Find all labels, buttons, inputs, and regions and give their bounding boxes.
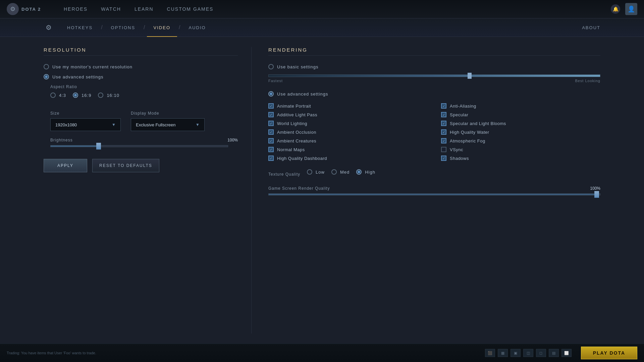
bottom-icon-5[interactable]: ◻ (536, 349, 546, 357)
radio-1610[interactable] (98, 93, 103, 98)
radio-monitor[interactable] (44, 64, 49, 69)
radio-basic-settings[interactable] (268, 64, 274, 69)
size-display-row: Size 644x362 ▼ Display Mode Exclusive … (50, 111, 238, 131)
display-mode-dropdown[interactable]: Exclusive Fullscreen ▼ (131, 118, 205, 131)
bottom-icon-4[interactable]: ◫ (523, 349, 533, 357)
checkbox-animate-portrait[interactable]: Animate Portrait (268, 103, 428, 109)
tab-video[interactable]: VIDEO (147, 18, 177, 37)
bottom-icons: ⬛ ▦ ▣ ◫ ◻ ▤ ⬜ PLAY DOTA (485, 347, 637, 359)
size-dropdown[interactable]: 644x362 ▼ (50, 118, 121, 131)
bottom-icon-6[interactable]: ▤ (549, 349, 559, 357)
texture-low-label: Low (316, 170, 325, 175)
texture-high-label: High (365, 170, 375, 175)
checkbox-ambient-creatures[interactable]: Ambient Creatures (268, 138, 428, 143)
advanced-settings-section: Aspect Ratio 4:3 16:9 16:10 Size (50, 84, 238, 147)
anti-aliasing-label: Anti-Aliasing (450, 104, 476, 109)
nav-learn[interactable]: LEARN (135, 5, 154, 13)
label-169: 16:9 (82, 93, 91, 98)
texture-low[interactable]: Low (307, 169, 325, 175)
tab-about[interactable]: ABOUT (582, 25, 600, 30)
brightness-slider-handle[interactable] (96, 143, 101, 149)
nav-watch[interactable]: WATCH (101, 5, 121, 13)
quality-slider-handle[interactable] (468, 73, 472, 79)
quality-slider-track[interactable] (268, 74, 600, 77)
bottom-icon-2[interactable]: ▦ (498, 349, 508, 357)
bottom-icon-7[interactable]: ⬜ (561, 349, 572, 357)
checkbox-anti-aliasing-box[interactable] (441, 103, 446, 109)
texture-quality-row: Texture Quality Low Med High (268, 169, 600, 179)
checkbox-specular-light-blooms-box[interactable] (441, 121, 446, 126)
checkbox-atmospheric-fog[interactable]: Atmospheric Fog (441, 138, 600, 143)
checkbox-specular-box[interactable] (441, 112, 446, 117)
checkbox-ambient-occlusion[interactable]: Ambient Occlusion (268, 129, 428, 135)
aspect-43[interactable]: 4:3 (50, 93, 66, 98)
aspect-169[interactable]: 16:9 (73, 93, 91, 98)
reset-defaults-button[interactable]: RESET TO DEFAULTS (92, 159, 159, 172)
gsq-slider-track[interactable] (268, 193, 600, 195)
option-advanced-settings[interactable]: Use advanced settings (44, 74, 238, 79)
use-basic-row[interactable]: Use basic settings (268, 64, 600, 69)
checkbox-world-lighting-box[interactable] (268, 121, 274, 126)
bell-icon[interactable]: 🔔 (611, 4, 620, 14)
checkbox-atmospheric-fog-box[interactable] (441, 138, 446, 143)
brightness-value: 100% (227, 138, 238, 142)
nav-heroes[interactable]: HEROES (64, 5, 88, 13)
checkbox-shadows[interactable]: Shadows (441, 156, 600, 161)
brightness-label: Brightness (50, 138, 73, 142)
specular-label: Specular (450, 112, 468, 117)
checkbox-specular[interactable]: Specular (441, 112, 600, 117)
aspect-ratio-label: Aspect Ratio (50, 84, 238, 89)
checkbox-additive-light-pass[interactable]: Additive Light Pass (268, 112, 428, 117)
tab-hotkeys[interactable]: HOTKEYS (60, 18, 99, 37)
brightness-slider-fill (51, 145, 99, 147)
checkbox-shadows-box[interactable] (441, 156, 446, 161)
checkbox-specular-light-blooms[interactable]: Specular and Light Blooms (441, 121, 600, 126)
world-lighting-label: World Lighting (277, 121, 307, 126)
avatar[interactable]: 👤 (625, 3, 637, 15)
aspect-1610[interactable]: 16:10 (98, 93, 119, 98)
apply-button[interactable]: APPLY (44, 159, 87, 172)
radio-43[interactable] (50, 93, 56, 98)
texture-high[interactable]: High (356, 169, 375, 175)
radio-advanced[interactable] (44, 74, 49, 79)
radio-texture-high[interactable] (356, 169, 362, 175)
nav-custom-games[interactable]: CUSTOM GAMES (167, 5, 214, 13)
checkbox-vsync[interactable]: VSync (441, 147, 600, 152)
bottom-icon-1[interactable]: ⬛ (485, 349, 495, 357)
tab-audio[interactable]: AUDIO (182, 18, 212, 37)
logo-icon: ⚙ (7, 3, 19, 15)
tab-options[interactable]: OPTIONS (104, 18, 142, 37)
game-screen-render-quality: Game Screen Render Quality 100% (268, 186, 600, 195)
brightness-header: Brightness 100% (50, 138, 238, 142)
checkbox-world-lighting[interactable]: World Lighting (268, 121, 428, 126)
checkbox-normal-maps-box[interactable] (268, 147, 274, 152)
tab-divider-3: / (179, 24, 180, 31)
top-nav: HEROES WATCH LEARN CUSTOM GAMES (64, 5, 213, 13)
checkbox-vsync-box[interactable] (441, 147, 446, 152)
radio-169[interactable] (73, 93, 78, 98)
checkbox-high-quality-dashboard[interactable]: High Quality Dashboard (268, 156, 428, 161)
radio-texture-med[interactable] (331, 169, 337, 175)
brightness-slider-track[interactable] (50, 145, 228, 147)
rendering-panel: RENDERING Use basic settings Fastest Bes… (252, 47, 600, 334)
size-field: Size 644x362 ▼ (50, 111, 121, 131)
checkbox-high-quality-dashboard-box[interactable] (268, 156, 274, 161)
texture-med[interactable]: Med (331, 169, 350, 175)
checkbox-high-quality-water-box[interactable] (441, 129, 446, 135)
checkbox-additive-light-pass-box[interactable] (268, 112, 274, 117)
gsq-slider-handle[interactable] (594, 191, 599, 198)
checkbox-ambient-occlusion-box[interactable] (268, 129, 274, 135)
play-dota-button[interactable]: PLAY DOTA (581, 347, 637, 359)
checkbox-ambient-creatures-box[interactable] (268, 138, 274, 143)
checkbox-animate-portrait-box[interactable] (268, 103, 274, 109)
radio-advanced-rendering[interactable] (268, 91, 274, 97)
radio-texture-low[interactable] (307, 169, 312, 175)
tab-divider-2: / (144, 24, 145, 31)
option-monitor-resolution[interactable]: Use my monitor's current resolution (44, 64, 238, 69)
checkbox-high-quality-water[interactable]: High Quality Water (441, 129, 600, 135)
checkbox-normal-maps[interactable]: Normal Maps (268, 147, 428, 152)
checkbox-anti-aliasing[interactable]: Anti-Aliasing (441, 103, 600, 109)
bottom-icon-3[interactable]: ▣ (511, 349, 521, 357)
use-advanced-row[interactable]: Use advanced settings (268, 91, 600, 97)
monitor-resolution-label: Use my monitor's current resolution (52, 64, 132, 69)
